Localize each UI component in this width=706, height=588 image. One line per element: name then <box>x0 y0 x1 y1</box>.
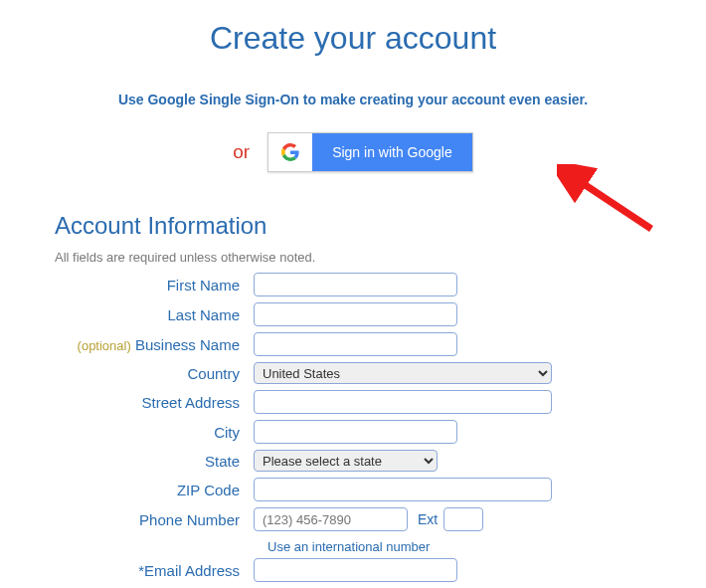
account-form: First Name Last Name (optional) Business… <box>55 273 706 588</box>
label-state: State <box>55 453 254 470</box>
state-select[interactable]: Please select a state <box>254 450 438 472</box>
google-icon <box>268 133 312 171</box>
label-first-name: First Name <box>55 277 254 294</box>
label-business-name: (optional) Business Name <box>55 336 254 353</box>
label-zip: ZIP Code <box>55 482 254 498</box>
country-select[interactable]: United States <box>254 362 552 384</box>
label-email: *Email Address <box>55 562 254 579</box>
label-ext: Ext <box>418 511 438 527</box>
page-title: Create your account <box>0 20 706 57</box>
optional-tag: (optional) <box>78 338 131 353</box>
label-last-name: Last Name <box>55 306 254 323</box>
sso-hint: Use Google Single Sign-On to make creati… <box>0 92 706 107</box>
zip-field[interactable] <box>254 478 552 501</box>
label-street-address: Street Address <box>55 394 254 411</box>
label-country: Country <box>55 365 254 382</box>
intl-number-link[interactable]: Use an international number <box>267 539 430 554</box>
google-signin-label: Sign in with Google <box>312 133 472 171</box>
required-note: All fields are required unless otherwise… <box>55 250 706 265</box>
street-address-field[interactable] <box>254 390 552 414</box>
ext-field[interactable] <box>443 507 483 531</box>
sso-row: or Sign in with Google <box>0 132 706 172</box>
phone-field[interactable] <box>254 507 408 531</box>
business-name-field[interactable] <box>254 332 457 356</box>
google-signin-button[interactable]: Sign in with Google <box>267 132 473 172</box>
last-name-field[interactable] <box>254 302 457 326</box>
email-field[interactable] <box>254 558 457 582</box>
section-account-info: Account Information <box>55 212 706 240</box>
label-city: City <box>55 424 254 441</box>
city-field[interactable] <box>254 420 457 444</box>
or-text: or <box>233 141 250 163</box>
first-name-field[interactable] <box>254 273 457 296</box>
label-phone: Phone Number <box>55 511 254 528</box>
